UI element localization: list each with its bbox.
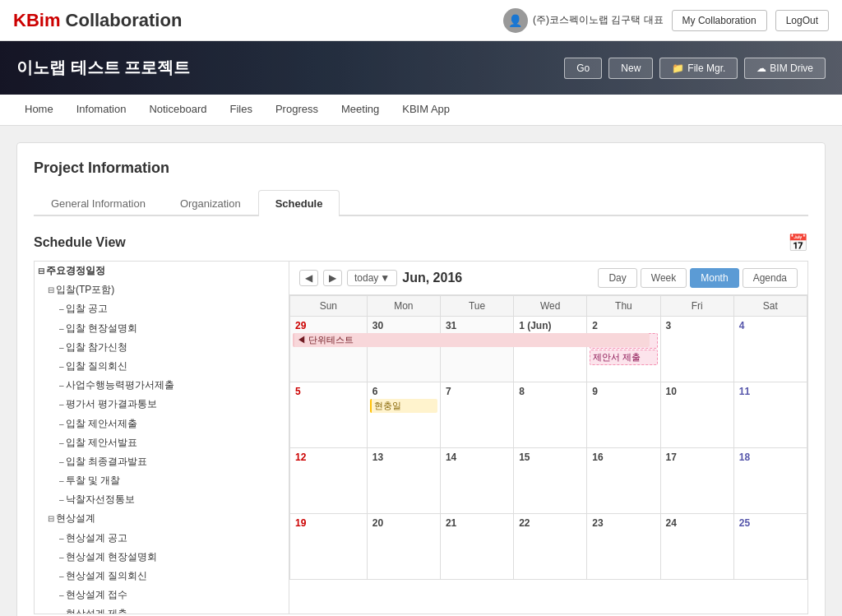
dot-icon: – — [59, 362, 64, 371]
view-day-button[interactable]: Day — [598, 268, 636, 288]
view-agenda-button[interactable]: Agenda — [743, 268, 798, 288]
tab-organization[interactable]: Organization — [163, 190, 258, 216]
tab-schedule[interactable]: Schedule — [258, 190, 340, 216]
tree-item[interactable]: –입찰 현장설명회 — [35, 319, 289, 338]
calendar-day[interactable]: 31 — [440, 317, 513, 382]
header-right: 👤 (주)코스펙이노랩 김구택 대표 My Collaboration LogO… — [503, 8, 829, 33]
tree-item[interactable]: –현상설계 접수 — [35, 586, 289, 604]
calendar-day[interactable]: 6 현충일 — [367, 382, 440, 448]
today-button[interactable]: today ▼ — [347, 270, 397, 286]
dot-icon: – — [59, 381, 64, 390]
calendar-day[interactable]: 9 — [587, 382, 660, 448]
tree-item[interactable]: –현상설계 질의회신 — [35, 567, 289, 586]
tree-item[interactable]: –투찰 및 개찰 — [35, 471, 289, 490]
calendar-event[interactable]: 제안서 제출 — [590, 350, 657, 365]
calendar-day[interactable]: 10 — [660, 382, 733, 448]
date-number: 2 — [590, 319, 657, 332]
calendar-day[interactable]: 2 제안서 발표 제안서 제출 — [587, 317, 660, 382]
tree-scroll-wrapper[interactable]: ⊟주요경정일정 ⊟입찰(TP포함) –입찰 공고 –입찰 현장설명회 –입찰 참… — [35, 262, 289, 614]
my-collaboration-button[interactable]: My Collaboration — [672, 10, 767, 31]
calendar-event[interactable]: 현충일 — [370, 399, 437, 413]
calendar-day[interactable]: 12 — [290, 448, 368, 514]
file-mgr-button[interactable]: 📁 File Mgr. — [659, 58, 738, 79]
tree-item[interactable]: –입찰 제안서발표 — [35, 433, 289, 452]
tabs: General Information Organization Schedul… — [34, 190, 808, 216]
main-content: Project Information General Information … — [0, 126, 842, 616]
date-number: 17 — [664, 451, 731, 464]
logout-button[interactable]: LogOut — [775, 10, 829, 31]
tree-item[interactable]: –현상설계 현장설명회 — [35, 548, 289, 567]
calendar-day[interactable]: 20 — [367, 514, 440, 580]
project-info-card: Project Information General Information … — [16, 142, 826, 616]
calendar-day[interactable]: 13 — [367, 448, 440, 514]
dot-icon: – — [59, 400, 64, 409]
date-number: 11 — [737, 385, 804, 398]
tree-item[interactable]: –낙찰자선정통보 — [35, 490, 289, 509]
next-month-button[interactable]: ▶ — [323, 270, 342, 286]
tab-general-information[interactable]: General Information — [34, 190, 163, 216]
tree-item[interactable]: ⊟현상설계 — [35, 509, 289, 528]
user-info: 👤 (주)코스펙이노랩 김구택 대표 — [503, 8, 664, 33]
calendar-icon[interactable]: 📅 — [788, 233, 808, 252]
calendar-day[interactable]: 22 — [514, 514, 587, 580]
calendar-day[interactable]: 29 ◀ 단위테스트 — [290, 317, 368, 382]
view-month-button[interactable]: Month — [690, 268, 738, 288]
nav-progress[interactable]: Progress — [264, 95, 330, 125]
date-number: 31 — [443, 319, 511, 332]
calendar-day[interactable]: 11 — [733, 382, 807, 448]
date-number: 5 — [293, 385, 364, 398]
today-label: today — [354, 272, 378, 284]
calendar-day[interactable]: 19 — [290, 514, 368, 580]
dot-icon: – — [59, 534, 64, 543]
date-number: 25 — [737, 516, 804, 530]
calendar-event[interactable]: ◀ 단위테스트 — [293, 333, 650, 347]
tree-item[interactable]: –현상설계 공고 — [35, 529, 289, 548]
nav-meeting[interactable]: Meeting — [330, 95, 391, 125]
nav-home[interactable]: Home — [13, 95, 65, 125]
calendar-day[interactable]: 1 (Jun) 자문회의 — [514, 317, 587, 382]
dot-icon: – — [59, 304, 64, 313]
col-mon: Mon — [367, 296, 440, 317]
date-number: 18 — [737, 451, 804, 464]
date-number: 16 — [590, 451, 657, 464]
view-week-button[interactable]: Week — [641, 268, 687, 288]
calendar-day[interactable]: 7 — [440, 382, 513, 448]
tree-item[interactable]: –현상설계 제출 — [35, 604, 289, 614]
calendar-day[interactable]: 3 — [660, 317, 733, 382]
tree-item[interactable]: ⊟입찰(TP포함) — [35, 280, 289, 299]
calendar-day[interactable]: 18 — [733, 448, 807, 514]
calendar-day[interactable]: 16 — [587, 448, 660, 514]
tree-item[interactable]: –평가서 평가결과통보 — [35, 395, 289, 414]
prev-month-button[interactable]: ◀ — [299, 270, 318, 286]
tree-item[interactable]: ⊟주요경정일정 — [35, 262, 289, 280]
schedule-section-header: Schedule View 📅 — [34, 233, 808, 252]
tree-item[interactable]: –입찰 참가신청 — [35, 338, 289, 357]
calendar-day[interactable]: 15 — [514, 448, 587, 514]
nav-infomation[interactable]: Infomation — [65, 95, 138, 125]
tree-item[interactable]: –입찰 제안서제출 — [35, 415, 289, 433]
tree-item[interactable]: –입찰 공고 — [35, 299, 289, 318]
go-button[interactable]: Go — [564, 58, 602, 79]
nav-kbim-app[interactable]: KBIM App — [391, 95, 461, 125]
bim-drive-button[interactable]: ☁ BIM Drive — [744, 58, 826, 79]
calendar-day[interactable]: 4 — [733, 317, 807, 382]
tree-item[interactable]: –사업수행능력평가서제출 — [35, 376, 289, 395]
nav-files[interactable]: Files — [219, 95, 264, 125]
project-title: 이노랩 테스트 프로젝트 — [16, 57, 190, 79]
tree-item[interactable]: –입찰 질의회신 — [35, 357, 289, 376]
tree-item[interactable]: –입찰 최종결과발표 — [35, 452, 289, 471]
calendar-day[interactable]: 8 — [514, 382, 587, 448]
calendar-panel: ◀ ▶ today ▼ Jun, 2016 Day Week Month Age… — [289, 261, 808, 614]
calendar-day[interactable]: 5 — [290, 382, 368, 448]
calendar-day[interactable]: 24 — [660, 514, 733, 580]
calendar-day[interactable]: 21 — [440, 514, 513, 580]
calendar-day[interactable]: 14 — [440, 448, 513, 514]
nav-noticeboard[interactable]: Noticeboard — [137, 95, 218, 125]
calendar-day[interactable]: 17 — [660, 448, 733, 514]
calendar-day[interactable]: 30 — [367, 317, 440, 382]
calendar-day[interactable]: 23 — [587, 514, 660, 580]
file-mgr-label: File Mgr. — [687, 63, 725, 74]
app-logo: KBim Collaboration — [13, 10, 182, 31]
calendar-day[interactable]: 25 — [733, 514, 807, 580]
new-button[interactable]: New — [608, 58, 653, 79]
